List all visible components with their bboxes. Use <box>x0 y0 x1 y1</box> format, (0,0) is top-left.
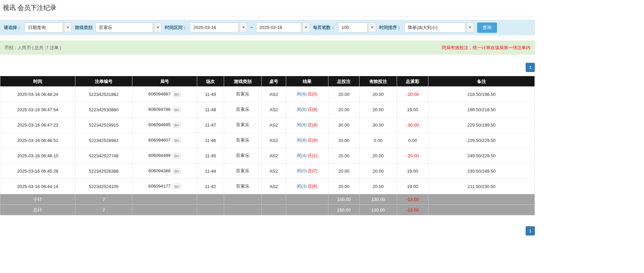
game-type-input[interactable] <box>96 23 153 32</box>
result-banker: 庄(8) <box>308 138 318 143</box>
table-totals: 小计 7 150.00 130.00 -13.00 总计 7 <box>0 194 535 215</box>
round-id-text: 606094499 <box>148 153 171 158</box>
date-from-input[interactable] <box>190 23 238 32</box>
date-to-combo <box>256 23 310 32</box>
cell-total-bet[interactable]: 20.00 <box>328 133 360 148</box>
cell-payout: 0.00 <box>397 133 428 148</box>
chevron-down-icon <box>67 27 69 28</box>
video-replay-icon[interactable] <box>173 122 181 128</box>
cell-total-bet[interactable]: 20.00 <box>328 163 360 179</box>
cell-total-bet[interactable]: 20.00 <box>328 87 360 102</box>
cell-session: 11-47 <box>197 117 224 133</box>
sort-dropdown-button[interactable] <box>466 23 474 32</box>
page-size-dropdown-button[interactable] <box>368 23 376 32</box>
cell-round-id: 606094695 <box>132 117 197 133</box>
cell-remark: 218.50/198.50 <box>428 87 535 102</box>
cell-bet-id: 522342529915 <box>75 117 132 133</box>
pagination-top: 1 <box>0 63 535 72</box>
video-replay-icon[interactable] <box>173 107 181 112</box>
header-bet-id: 注单编号 <box>75 76 132 87</box>
cell-total-bet[interactable]: 30.00 <box>328 117 360 133</box>
header-game-type: 游戏类别 <box>224 76 262 87</box>
cell-result: 闲(8)庄(4) <box>286 117 328 133</box>
result-banker: 庄(0) <box>308 91 318 97</box>
cell-time: 2025-03-16 06:47:54 <box>0 102 75 117</box>
header-table-no: 桌号 <box>262 76 286 87</box>
query-type-input[interactable] <box>25 23 63 32</box>
header-payout: 总派彩 <box>397 76 428 87</box>
date-to-dropdown-button[interactable] <box>302 23 310 32</box>
result-banker: 庄(1) <box>308 153 318 158</box>
query-type-dropdown-button[interactable] <box>64 23 72 32</box>
cell-remark: 229.50/199.50 <box>428 117 535 133</box>
cell-result: 闲(4)庄(1) <box>286 148 328 163</box>
subtotal-count: 7 <box>75 194 132 205</box>
page-size-input[interactable] <box>338 23 367 32</box>
header-session: 场次 <box>197 76 224 87</box>
game-type-dropdown-button[interactable] <box>154 23 162 32</box>
cell-time: 2025-03-16 06:47:23 <box>0 117 75 133</box>
cell-bet-id: 522342527748 <box>75 148 132 163</box>
total-count: 7 <box>75 205 132 215</box>
subtotal-label: 小计 <box>0 194 75 205</box>
chevron-down-icon <box>242 27 245 28</box>
round-id-text: 606094388 <box>148 168 171 173</box>
subtotal-valid-bet: 130.00 <box>360 194 397 205</box>
page-size-label: 每页笔数： <box>313 25 335 31</box>
total-total-bet: 150.00 <box>328 205 360 215</box>
cell-round-id: 606094867 <box>132 87 197 102</box>
date-from-combo <box>190 23 247 32</box>
cell-total-bet[interactable]: 20.00 <box>328 148 360 163</box>
cell-valid-bet: 0.00 <box>360 133 397 148</box>
table-header: 时间 注单编号 局号 场次 游戏类别 桌号 结果 总投注 有效投注 总派彩 备注 <box>0 76 535 87</box>
cell-payout: -20.00 <box>397 87 428 102</box>
sort-input[interactable] <box>405 23 465 32</box>
page-1-button[interactable]: 1 <box>526 226 535 235</box>
round-id-text: 606094177 <box>148 184 171 189</box>
date-to-input[interactable] <box>256 23 301 32</box>
header-valid-bet: 有效投注 <box>360 76 397 87</box>
cell-game-type: 百家乐 <box>224 148 262 163</box>
cell-time: 2025-03-16 06:46:51 <box>0 133 75 148</box>
cell-result: 闲(3)庄(6) <box>286 179 328 194</box>
round-id-text: 606094607 <box>148 138 171 143</box>
search-button[interactable]: 查询 <box>477 23 497 33</box>
video-replay-icon[interactable] <box>173 168 181 174</box>
header-total-bet: 总投注 <box>328 76 360 87</box>
cell-table-no: AS2 <box>262 148 286 163</box>
result-player: 闲(6) <box>297 107 307 112</box>
cell-total-bet[interactable]: 20.00 <box>328 102 360 117</box>
video-replay-icon[interactable] <box>173 138 181 143</box>
subtotal-row: 小计 7 150.00 130.00 -13.00 <box>0 194 535 205</box>
cell-result: 闲(6)庄(0) <box>286 87 328 102</box>
total-payout: -13.00 <box>397 205 428 215</box>
video-replay-icon[interactable] <box>173 153 181 158</box>
cell-table-no: AS2 <box>262 179 286 194</box>
subtotal-total-bet: 150.00 <box>328 194 360 205</box>
cell-round-id: 606094499 <box>132 148 197 163</box>
video-replay-icon[interactable] <box>173 184 181 189</box>
cell-payout: 19.00 <box>397 179 428 194</box>
cell-remark: 229.50/229.50 <box>428 133 535 148</box>
page-title: 视讯 会员下注纪录 <box>0 0 535 16</box>
cell-round-id: 606094388 <box>132 163 197 179</box>
video-replay-icon[interactable] <box>173 91 181 97</box>
date-range-separator: ~ <box>250 25 253 30</box>
cell-round-id: 606094786 <box>132 102 197 117</box>
page-1-button[interactable]: 1 <box>526 63 535 72</box>
cell-payout: 19.00 <box>397 163 428 179</box>
cell-time: 2025-03-16 06:44:14 <box>0 179 75 194</box>
date-from-dropdown-button[interactable] <box>239 23 247 32</box>
header-time: 时间 <box>0 76 75 87</box>
time-range-label: 时间区间： <box>165 25 187 31</box>
valid-bet-notice: 同局有效投注，统一计算在该局第一张注单内 <box>442 45 530 51</box>
header-result: 结果 <box>286 76 328 87</box>
cell-total-bet[interactable]: 20.00 <box>328 179 360 194</box>
cell-game-type: 百家乐 <box>224 163 262 179</box>
cell-payout: 19.00 <box>397 102 428 117</box>
cell-session: 11-46 <box>197 133 224 148</box>
cell-remark: 230.50/249.50 <box>428 163 535 179</box>
table-body: 2025-03-16 06:48:24 522342531862 6060948… <box>0 87 535 194</box>
cell-valid-bet: 20.00 <box>360 102 397 117</box>
cell-remark: 211.50/230.50 <box>428 179 535 194</box>
